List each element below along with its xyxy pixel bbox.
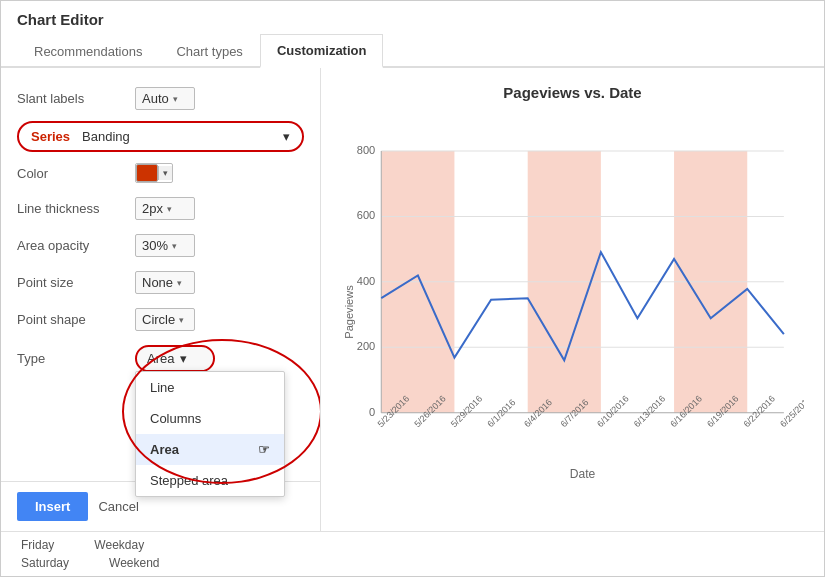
tab-recommendations[interactable]: Recommendations [17,34,159,68]
dropdown-item-area-label: Area [150,442,179,457]
series-arrow: ▾ [283,129,290,144]
slant-labels-row: Slant labels Auto ▾ [17,80,304,117]
dropdown-item-stepped-area[interactable]: Stepped area [136,465,284,496]
left-panel: Slant labels Auto ▾ Series Banding ▾ Col… [1,68,321,531]
point-shape-label: Point shape [17,312,127,327]
color-control[interactable]: ▾ [135,163,173,183]
tab-chart-types[interactable]: Chart types [159,34,259,68]
area-opacity-value: 30% [142,238,168,253]
color-row: Color ▾ [17,156,304,190]
area-opacity-row: Area opacity 30% ▾ [17,227,304,264]
dropdown-item-stepped-area-label: Stepped area [150,473,228,488]
table-cell-saturday: Saturday [21,556,69,570]
table-row-0: Friday Weekday [21,536,804,554]
point-shape-row: Point shape Circle ▾ [17,301,304,338]
line-thickness-row: Line thickness 2px ▾ [17,190,304,227]
dropdown-item-columns-label: Columns [150,411,201,426]
chart-editor-dialog: Chart Editor Recommendations Chart types… [0,0,825,577]
area-opacity-arrow: ▾ [172,241,177,251]
series-select[interactable]: Banding ▾ [82,129,290,144]
slant-labels-select[interactable]: Auto ▾ [135,87,195,110]
type-label: Type [17,351,127,366]
line-thickness-select[interactable]: 2px ▾ [135,197,195,220]
point-size-row: Point size None ▾ [17,264,304,301]
svg-text:6/25/2016: 6/25/2016 [778,394,804,430]
point-size-arrow: ▾ [177,278,182,288]
slant-labels-value: Auto [142,91,169,106]
dialog-title: Chart Editor [1,1,824,34]
series-row: Series Banding ▾ [17,121,304,152]
line-thickness-value: 2px [142,201,163,216]
table-cell-weekday: Weekday [94,538,144,552]
chart-area: Pageviews 800 600 [341,109,804,515]
chart-title: Pageviews vs. Date [503,84,641,101]
series-label: Series [31,129,70,144]
point-shape-arrow: ▾ [179,315,184,325]
table-cell-weekend: Weekend [109,556,159,570]
dropdown-container: Line Columns Area ☞ Stepped area [17,379,304,497]
y-axis-label: Pageviews [343,285,355,339]
dialog-body: Slant labels Auto ▾ Series Banding ▾ Col… [1,68,824,531]
dropdown-item-area[interactable]: Area ☞ [136,434,284,465]
cursor-icon: ☞ [258,442,270,457]
y-tick-200: 200 [357,340,375,352]
slant-labels-label: Slant labels [17,91,127,106]
point-shape-select[interactable]: Circle ▾ [135,308,195,331]
dropdown-item-columns[interactable]: Columns [136,403,284,434]
color-arrow-icon: ▾ [158,166,172,180]
type-dropdown-menu: Line Columns Area ☞ Stepped area [135,371,285,497]
color-label: Color [17,166,127,181]
cancel-button[interactable]: Cancel [98,499,138,514]
point-size-label: Point size [17,275,127,290]
y-tick-800: 800 [357,144,375,156]
area-opacity-label: Area opacity [17,238,127,253]
x-axis-label: Date [570,467,596,481]
svg-text:6/1/2016: 6/1/2016 [485,397,517,429]
y-tick-600: 600 [357,209,375,221]
y-tick-0: 0 [369,406,375,418]
dropdown-item-line-label: Line [150,380,175,395]
area-opacity-select[interactable]: 30% ▾ [135,234,195,257]
right-panel: Pageviews vs. Date Pageviews [321,68,824,531]
point-size-value: None [142,275,173,290]
table-cell-friday: Friday [21,538,54,552]
tab-customization[interactable]: Customization [260,34,384,68]
series-value: Banding [82,129,130,144]
chart-svg: Pageviews 800 600 [341,109,804,515]
y-tick-400: 400 [357,275,375,287]
dropdown-item-line[interactable]: Line [136,372,284,403]
type-arrow: ▾ [180,351,187,366]
point-shape-value: Circle [142,312,175,327]
color-swatch [136,164,158,182]
point-size-select[interactable]: None ▾ [135,271,195,294]
bottom-table: Friday Weekday Saturday Weekend [1,531,824,576]
type-select[interactable]: Area ▾ [135,345,215,372]
line-thickness-arrow: ▾ [167,204,172,214]
slant-labels-arrow: ▾ [173,94,178,104]
table-row-1: Saturday Weekend [21,554,804,572]
svg-text:6/13/2016: 6/13/2016 [632,394,668,430]
insert-button[interactable]: Insert [17,492,88,521]
line-thickness-label: Line thickness [17,201,127,216]
tabs-bar: Recommendations Chart types Customizatio… [1,34,824,68]
type-value: Area [147,351,174,366]
